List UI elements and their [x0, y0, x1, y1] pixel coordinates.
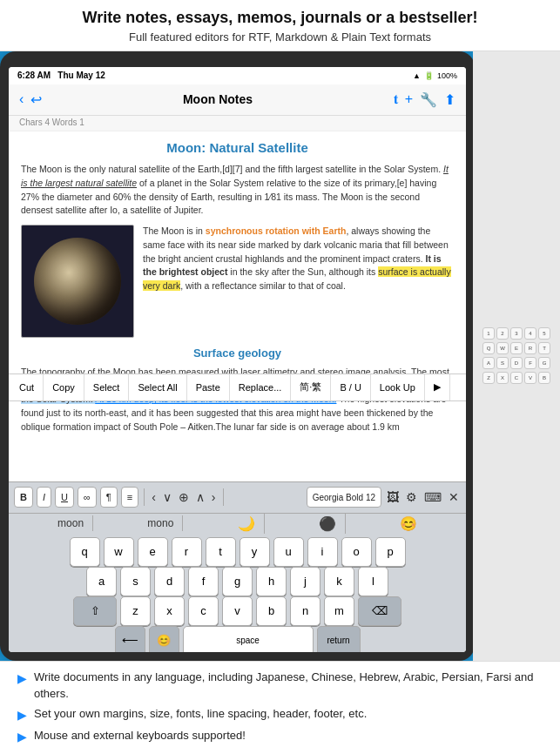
- key-l[interactable]: l: [358, 567, 388, 596]
- nav-right-btn[interactable]: ›: [210, 487, 218, 508]
- key-n[interactable]: n: [290, 596, 320, 626]
- key-backspace[interactable]: ⌫: [358, 596, 401, 626]
- more-button[interactable]: ▶: [425, 374, 450, 400]
- kb-key: A: [482, 357, 495, 369]
- word-count-text: Chars 4 Words 1: [19, 118, 84, 127]
- key-o[interactable]: o: [341, 537, 372, 567]
- kb-key: X: [496, 372, 509, 384]
- key-z[interactable]: z: [120, 596, 151, 626]
- nav-down-btn[interactable]: ∨: [161, 487, 173, 508]
- select-button[interactable]: Select: [84, 374, 130, 400]
- autocomplete-bar: moon mono 🌙 ⚫ 😊: [9, 513, 466, 534]
- key-emoji[interactable]: 😊: [149, 626, 179, 652]
- key-m[interactable]: m: [324, 596, 354, 626]
- key-c[interactable]: c: [188, 596, 219, 626]
- add-button[interactable]: +: [405, 91, 413, 107]
- moon-image: [21, 225, 134, 338]
- status-time: 6:28 AM Thu May 12: [17, 71, 105, 80]
- key-r[interactable]: r: [172, 537, 202, 567]
- key-q[interactable]: q: [70, 537, 100, 567]
- image-insert-btn[interactable]: 🖼: [385, 487, 401, 508]
- link-format-btn[interactable]: ∞: [78, 487, 97, 508]
- paragraph-format-btn[interactable]: ¶: [100, 487, 118, 508]
- key-shift[interactable]: ⇧: [73, 596, 117, 626]
- key-g[interactable]: g: [222, 567, 253, 596]
- key-e[interactable]: e: [138, 537, 168, 567]
- autocomplete-word2[interactable]: mono: [138, 515, 183, 531]
- format-icon[interactable]: 𝐭: [394, 91, 398, 107]
- footer-text-3: Mouse and external keyboards supported!: [34, 728, 246, 744]
- nav-up-btn[interactable]: ∧: [194, 487, 206, 508]
- word-count-bar: Chars 4 Words 1: [9, 116, 466, 131]
- doc-content[interactable]: Moon: Natural Satellite The Moon is the …: [9, 131, 466, 481]
- back-button[interactable]: ‹: [19, 91, 24, 107]
- key-space[interactable]: space: [183, 626, 314, 652]
- device-area: 6:28 AM Thu May 12 ▲ 🔋 100% ‹ ↩ Moon Not…: [0, 51, 560, 661]
- font-name-btn[interactable]: Georgia Bold 12: [307, 487, 381, 508]
- close-format-btn[interactable]: ✕: [447, 487, 461, 508]
- document-title: Moon Notes: [183, 92, 253, 106]
- autocomplete-word1[interactable]: moon: [49, 515, 93, 531]
- context-menu: Cut Copy Select Select All Paste Replace…: [9, 374, 466, 401]
- key-d[interactable]: d: [154, 567, 185, 596]
- key-p[interactable]: p: [375, 537, 406, 567]
- chinese-button[interactable]: 简·繁: [291, 374, 331, 400]
- key-x[interactable]: x: [154, 596, 185, 626]
- keyboard-btn[interactable]: ⌨: [422, 487, 443, 508]
- kb-key: 3: [510, 327, 523, 340]
- content-with-image: The Moon is in synchronous rotation with…: [21, 225, 454, 338]
- kb-key: T: [538, 342, 550, 354]
- key-v[interactable]: v: [222, 596, 253, 626]
- key-return[interactable]: return: [317, 626, 361, 652]
- bold-italic-button[interactable]: B / U: [331, 374, 370, 400]
- key-globe[interactable]: ⟵: [115, 626, 145, 652]
- autocomplete-emoji2[interactable]: ⚫: [310, 514, 346, 534]
- key-i[interactable]: i: [307, 537, 338, 567]
- kb-key: 5: [538, 327, 550, 340]
- kb-key: F: [524, 357, 536, 369]
- footer-item-2: ▶ Set your own margins, size, fonts, lin…: [17, 706, 543, 724]
- cut-button[interactable]: Cut: [9, 374, 44, 400]
- share-button[interactable]: ⬆: [444, 91, 455, 108]
- key-s[interactable]: s: [120, 567, 151, 596]
- kb-key: D: [510, 357, 523, 369]
- undo-button[interactable]: ↩: [30, 91, 42, 108]
- kb-key: G: [538, 357, 550, 369]
- select-all-button[interactable]: Select All: [129, 374, 186, 400]
- key-y[interactable]: y: [240, 537, 270, 567]
- key-row-2: a s d f g h j k l: [12, 567, 462, 596]
- footer-arrow-3: ▶: [17, 729, 27, 746]
- nav-left-btn[interactable]: ‹: [150, 487, 158, 508]
- settings-format-btn[interactable]: ⚙: [404, 487, 419, 508]
- key-b[interactable]: b: [256, 596, 287, 626]
- key-row-4: ⟵ 😊 space return: [12, 626, 462, 652]
- doc-heading: Moon: Natural Satellite: [21, 138, 454, 158]
- key-j[interactable]: j: [290, 567, 320, 596]
- key-h[interactable]: h: [256, 567, 287, 596]
- italic-format-btn[interactable]: I: [37, 487, 51, 508]
- copy-button[interactable]: Copy: [44, 374, 84, 400]
- key-a[interactable]: a: [86, 567, 117, 596]
- underline-format-btn[interactable]: U: [55, 487, 74, 508]
- key-t[interactable]: t: [206, 537, 236, 567]
- settings-button[interactable]: 🔧: [420, 91, 437, 108]
- key-f[interactable]: f: [188, 567, 219, 596]
- autocomplete-emoji1[interactable]: 🌙: [229, 514, 265, 534]
- format-separator2: [223, 488, 224, 506]
- doc-paragraph1: The Moon is the only natural satellite o…: [21, 163, 454, 218]
- look-up-button[interactable]: Look Up: [371, 374, 425, 400]
- autocomplete-emoji3[interactable]: 😊: [391, 514, 426, 534]
- keyboard-area: moon mono 🌙 ⚫ 😊 q w e r t y u: [9, 513, 466, 652]
- ipad-screen: 6:28 AM Thu May 12 ▲ 🔋 100% ‹ ↩ Moon Not…: [9, 67, 466, 652]
- key-k[interactable]: k: [324, 567, 354, 596]
- bold-format-btn[interactable]: B: [14, 487, 33, 508]
- footer-banner: ▶ Write documents in any language, inclu…: [0, 661, 560, 747]
- status-icons: ▲ 🔋 100%: [413, 71, 457, 80]
- key-u[interactable]: u: [273, 537, 304, 567]
- format-toolbar: B I U ∞ ¶ ≡ ‹ ∨ ⊕ ∧ › Georgia Bold 12 🖼 …: [9, 481, 466, 513]
- nav-center-btn[interactable]: ⊕: [177, 487, 191, 508]
- replace-button[interactable]: Replace...: [230, 374, 292, 400]
- key-w[interactable]: w: [104, 537, 134, 567]
- list-format-btn[interactable]: ≡: [121, 487, 138, 508]
- paste-button[interactable]: Paste: [187, 374, 230, 400]
